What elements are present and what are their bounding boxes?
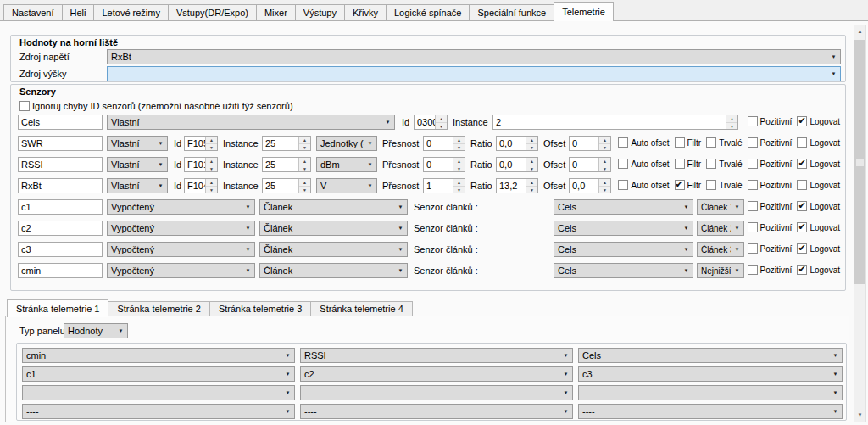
spinner-buttons[interactable]: ▲▼: [298, 158, 310, 171]
sensor-type-select[interactable]: Vypočtený▼: [107, 221, 255, 236]
log-checkbox[interactable]: Logovat: [797, 243, 840, 254]
auto-offset-checkbox[interactable]: Auto ofset: [618, 180, 669, 190]
sensor-name-input[interactable]: [18, 221, 103, 236]
sensor-offset-spinner[interactable]: 0▲▼: [569, 136, 611, 151]
spinner-buttons[interactable]: ▲▼: [526, 179, 537, 193]
sensor-type-select[interactable]: Vlastní▼: [107, 136, 168, 151]
spinner-buttons[interactable]: ▲▼: [298, 179, 310, 193]
sensor-type-select[interactable]: Vypočtený▼: [107, 199, 255, 215]
tab-telemetry-page-1[interactable]: Stránka telemetrie 1: [7, 299, 108, 317]
positive-checkbox[interactable]: Pozitivní: [748, 222, 793, 232]
sensor-ratio-spinner[interactable]: 13,2▲▼: [496, 178, 538, 193]
sensor-type-select[interactable]: Vlastní▼: [107, 178, 168, 193]
voltage-source-select[interactable]: RxBt▼: [107, 49, 841, 64]
cell-index-select[interactable]: Článek 3▼: [697, 242, 744, 257]
sensor-id-spinner[interactable]: F101▲▼: [184, 157, 218, 172]
cell-index-select[interactable]: Nejnižší▼: [697, 263, 744, 278]
cells-sensor-select[interactable]: Cels▼: [554, 199, 693, 215]
positive-checkbox[interactable]: Pozitivní: [748, 243, 793, 254]
tab-specialni-funkce[interactable]: Speciální funkce: [469, 4, 554, 20]
sensor-formula-select[interactable]: Článek▼: [259, 242, 408, 257]
log-checkbox[interactable]: Logovat: [797, 222, 840, 232]
positive-checkbox[interactable]: Pozitivní: [748, 201, 793, 211]
spinner-buttons[interactable]: ▲▼: [205, 158, 217, 171]
sensor-instance-spinner[interactable]: 25▲▼: [262, 178, 311, 193]
tab-letove-rezimy[interactable]: Letové režimy: [93, 4, 168, 20]
scroll-down-icon[interactable]: ▼: [854, 409, 865, 422]
vertical-scrollbar[interactable]: ▲ ▼: [854, 25, 866, 422]
cells-sensor-select[interactable]: Cels▼: [554, 242, 693, 257]
tab-telemetry-page-3[interactable]: Stránka telemetrie 3: [209, 301, 311, 316]
sensor-precision-spinner[interactable]: 0▲▼: [423, 157, 465, 172]
log-checkbox[interactable]: Logovat: [797, 159, 840, 169]
persistent-checkbox[interactable]: Trvalé: [706, 137, 742, 148]
sensor-type-select[interactable]: Vlastní▼: [107, 157, 168, 172]
slot-select-r1c1[interactable]: cmin▼: [22, 348, 295, 363]
tab-telemetry-page-2[interactable]: Stránka telemetrie 2: [108, 301, 209, 316]
tab-mixer[interactable]: Mixer: [256, 4, 296, 20]
sensor-unit-select[interactable]: V▼: [316, 178, 377, 193]
filter-checkbox[interactable]: Filtr: [675, 159, 702, 169]
tab-logicke-spinace[interactable]: Logické spínače: [386, 4, 470, 20]
tab-vstupy[interactable]: Vstupy(DR/Expo): [168, 4, 257, 20]
positive-checkbox[interactable]: Pozitivní: [748, 180, 793, 190]
sensor-instance-spinner[interactable]: 2▲▼: [492, 115, 738, 130]
sensor-name-input[interactable]: [18, 199, 103, 215]
sensor-name-input[interactable]: [18, 263, 103, 278]
sensor-precision-spinner[interactable]: 0▲▼: [423, 136, 465, 151]
spinner-buttons[interactable]: ▲▼: [435, 115, 447, 129]
cells-sensor-select[interactable]: Cels▼: [554, 221, 693, 236]
slot-select-r3c3[interactable]: ----▼: [578, 385, 843, 400]
sensor-name-input[interactable]: [18, 242, 103, 257]
sensor-name-input[interactable]: [18, 136, 103, 151]
slot-select-r1c3[interactable]: Cels▼: [578, 348, 843, 363]
filter-checkbox[interactable]: Filtr: [675, 180, 702, 190]
tab-telemetry-page-4[interactable]: Stránka telemetrie 4: [310, 301, 412, 316]
log-checkbox[interactable]: Logovat: [797, 116, 840, 126]
spinner-buttons[interactable]: ▲▼: [598, 179, 610, 193]
spinner-buttons[interactable]: ▲▼: [526, 137, 537, 150]
sensor-instance-spinner[interactable]: 25▲▼: [262, 136, 311, 151]
sensor-precision-spinner[interactable]: 1▲▼: [423, 178, 465, 193]
sensor-type-select[interactable]: Vlastní▼: [107, 115, 395, 130]
slot-select-r2c1[interactable]: c1▼: [22, 366, 295, 382]
spinner-buttons[interactable]: ▲▼: [598, 137, 610, 150]
log-checkbox[interactable]: Logovat: [797, 265, 840, 275]
spinner-buttons[interactable]: ▲▼: [453, 158, 465, 171]
positive-checkbox[interactable]: Pozitivní: [748, 159, 793, 169]
sensor-offset-spinner[interactable]: 0,0▲▼: [569, 178, 611, 193]
sensor-type-select[interactable]: Vypočtený▼: [107, 242, 255, 257]
positive-checkbox[interactable]: Pozitivní: [748, 116, 793, 126]
cell-index-select[interactable]: Článek 1▼: [697, 199, 744, 215]
log-checkbox[interactable]: Logovat: [797, 201, 840, 211]
sensor-id-spinner[interactable]: F105▲▼: [184, 136, 218, 151]
spinner-buttons[interactable]: ▲▼: [726, 115, 737, 129]
spinner-buttons[interactable]: ▲▼: [205, 137, 217, 150]
positive-checkbox[interactable]: Pozitivní: [748, 265, 793, 275]
sensor-unit-select[interactable]: dBm▼: [316, 157, 377, 172]
sensor-id-spinner[interactable]: F104▲▼: [184, 178, 218, 193]
log-checkbox[interactable]: Logovat: [797, 137, 840, 148]
positive-checkbox[interactable]: Pozitivní: [748, 137, 793, 148]
spinner-buttons[interactable]: ▲▼: [453, 179, 465, 193]
tab-heli[interactable]: Heli: [62, 4, 95, 20]
sensor-offset-spinner[interactable]: 0▲▼: [569, 157, 611, 172]
sensor-unit-select[interactable]: Jednotky (-)▼: [316, 136, 377, 151]
log-checkbox[interactable]: Logovat: [797, 180, 840, 190]
slot-select-r3c2[interactable]: ----▼: [300, 385, 573, 400]
cell-index-select[interactable]: Článek 2▼: [697, 221, 744, 236]
slot-select-r4c3[interactable]: ----▼: [578, 404, 843, 419]
spinner-buttons[interactable]: ▲▼: [205, 179, 217, 193]
sensor-id-spinner[interactable]: 0300▲▼: [414, 115, 448, 130]
spinner-buttons[interactable]: ▲▼: [598, 158, 610, 171]
tab-telemetrie[interactable]: Telemetrie: [554, 2, 614, 21]
cells-sensor-select[interactable]: Cels▼: [554, 263, 693, 278]
auto-offset-checkbox[interactable]: Auto ofset: [618, 137, 669, 148]
sensor-formula-select[interactable]: Článek▼: [259, 263, 408, 278]
scrollbar-thumb[interactable]: [854, 40, 865, 284]
spinner-buttons[interactable]: ▲▼: [526, 158, 537, 171]
auto-offset-checkbox[interactable]: Auto ofset: [618, 159, 669, 169]
sensor-formula-select[interactable]: Článek▼: [259, 221, 408, 236]
sensor-name-input[interactable]: [18, 157, 103, 172]
altitude-source-select[interactable]: ---▼: [107, 66, 841, 81]
